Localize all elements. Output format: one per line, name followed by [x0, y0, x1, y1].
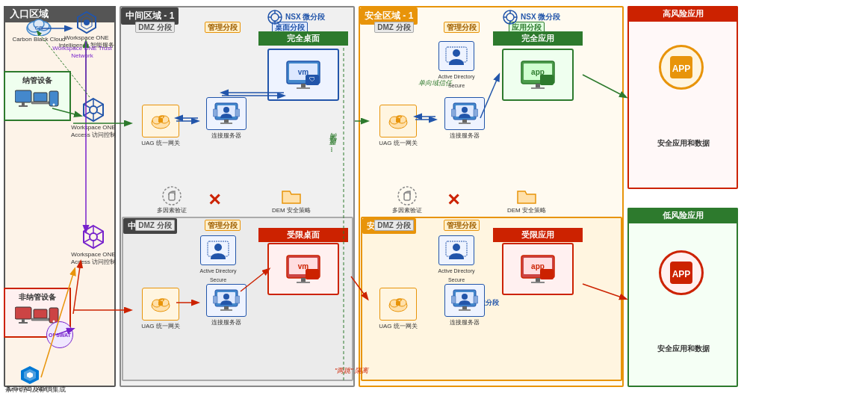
svg-rect-63	[213, 109, 217, 117]
vm-desktop-icon: vm 🛡	[267, 49, 339, 101]
ws1-uem: Workspace ONE Access 访问控制	[67, 97, 120, 138]
svg-line-20	[97, 112, 103, 116]
mfa-middle-upper: 多因素验证	[146, 185, 198, 214]
svg-rect-83	[235, 296, 240, 303]
sec2-dmz-header: DMZ 分段	[366, 220, 422, 231]
nsx-middle-label: NSX 微分段	[267, 9, 325, 25]
high-risk-title: 高风险应用	[627, 6, 738, 22]
sec1-mgmt-header: 管理分段	[430, 22, 493, 33]
svg-point-42	[271, 13, 279, 21]
active-dir-sec1: Active Directory Secure	[436, 41, 477, 89]
high-risk-bg	[627, 6, 738, 189]
svg-text:APP: APP	[672, 64, 691, 74]
svg-line-22	[84, 112, 90, 116]
conn-sec2-lower: 连接服务器	[438, 284, 491, 327]
main-diagram: 入口区域 中间区域 - 1 中间区域 - 2 安全区域 - 1 安全区域 - 2…	[0, 0, 868, 399]
restricted-desktop-box: 受限桌面	[258, 228, 348, 242]
svg-line-30	[84, 239, 90, 243]
svg-rect-66	[169, 193, 175, 200]
svg-rect-69	[301, 278, 306, 282]
mfa-sec1-upper: 多因素验证	[381, 185, 433, 214]
svg-line-19	[84, 105, 90, 108]
opswat-icon: OPSWAT	[41, 321, 78, 348]
uag-middle-upper-icon: UAG 统一网关	[134, 105, 187, 147]
complete-app-box: 完全应用	[493, 31, 583, 46]
svg-rect-108	[474, 109, 478, 117]
conn-server-middle-upper: 连接服务器	[200, 97, 252, 140]
conn-sec1-upper: 连接服务器	[438, 97, 491, 140]
svg-rect-12	[31, 102, 49, 104]
svg-point-16	[90, 106, 97, 114]
svg-rect-10	[19, 105, 28, 107]
ws1-access-label: Workspace ONE Access 访问控制	[67, 251, 120, 265]
svg-rect-112	[404, 193, 410, 200]
conn-server-middle-lower: 连接服务器	[200, 284, 252, 327]
svg-point-104	[462, 107, 468, 113]
svg-rect-107	[451, 109, 456, 117]
svg-point-136	[453, 244, 460, 251]
svg-rect-105	[462, 120, 467, 123]
low-risk-app-icon: APP	[644, 250, 719, 295]
deny-x-sec1: ✕	[447, 191, 460, 210]
svg-text:CB: CB	[34, 25, 43, 31]
managed-devices-label: 纳管设备	[8, 75, 66, 86]
uag-sec2-lower: UAG 统一网关	[372, 288, 424, 330]
svg-point-111	[398, 187, 416, 205]
svg-rect-122	[531, 282, 545, 283]
sec2-mgmt-header: 管理分段	[430, 220, 493, 231]
dem-sec1: DEM 安全策略	[500, 185, 553, 214]
ws1-trust-network: Workspace ONE Trust Network	[52, 45, 112, 59]
svg-line-27	[84, 232, 90, 235]
middle-dmz-header: DMZ 分段	[127, 22, 183, 33]
svg-rect-124	[540, 269, 554, 279]
m2-dmz-header: DMZ 分段	[127, 220, 183, 231]
svg-rect-64	[235, 109, 240, 117]
svg-rect-128	[396, 301, 400, 306]
svg-point-131	[462, 294, 468, 300]
svg-rect-97	[540, 75, 554, 85]
low-risk-bg	[627, 208, 738, 387]
svg-rect-35	[31, 318, 49, 321]
svg-rect-49	[301, 84, 306, 87]
svg-rect-132	[462, 306, 467, 309]
active-dir-middle2: Active Directory Secure	[198, 235, 238, 283]
svg-text:🛡: 🛡	[309, 76, 315, 83]
svg-rect-135	[474, 296, 478, 303]
svg-line-28	[97, 239, 103, 243]
svg-rect-61	[224, 120, 229, 123]
nsx-sec1-label: NSX 微分段	[502, 9, 560, 25]
app-restricted-icon: app	[502, 243, 574, 295]
jump-isolation-upper: "两跳" 隔离	[329, 146, 338, 152]
svg-rect-33	[19, 322, 28, 324]
svg-point-24	[90, 233, 97, 241]
svg-point-87	[506, 13, 514, 21]
svg-rect-11	[34, 93, 47, 102]
svg-text:APP: APP	[672, 269, 691, 279]
svg-rect-8	[15, 90, 31, 102]
high-risk-sub-label: 安全应用和数据	[631, 138, 736, 149]
svg-point-65	[163, 187, 181, 205]
svg-rect-121	[536, 278, 540, 282]
uag-middle-lower-icon: UAG 统一网关	[134, 288, 187, 330]
middle-mgmt-header: 管理分段	[190, 22, 254, 33]
svg-rect-31	[15, 307, 31, 319]
conditional-access-label: 条件访问及标识集成	[5, 385, 116, 395]
svg-rect-94	[536, 84, 540, 87]
svg-rect-62	[220, 123, 232, 124]
svg-rect-57	[158, 118, 163, 123]
svg-rect-81	[220, 309, 232, 311]
dem-middle: DEM 安全策略	[265, 185, 317, 214]
svg-rect-101	[396, 118, 400, 123]
complete-desktop-box: 完全桌面	[258, 31, 348, 46]
svg-rect-76	[158, 301, 163, 306]
active-dir-sec2: Active Directory Secure	[436, 235, 477, 283]
svg-point-84	[214, 244, 222, 251]
svg-rect-70	[297, 282, 310, 283]
uag-sec1-upper: UAG 统一网关	[372, 105, 424, 147]
svg-rect-50	[297, 87, 310, 89]
m2-mgmt-header: 管理分段	[190, 220, 254, 231]
high-risk-app-icon: APP	[644, 45, 719, 90]
svg-rect-9	[22, 102, 25, 105]
svg-point-14	[53, 104, 55, 106]
ws1-access: Workspace ONE Access 访问控制	[67, 224, 120, 265]
